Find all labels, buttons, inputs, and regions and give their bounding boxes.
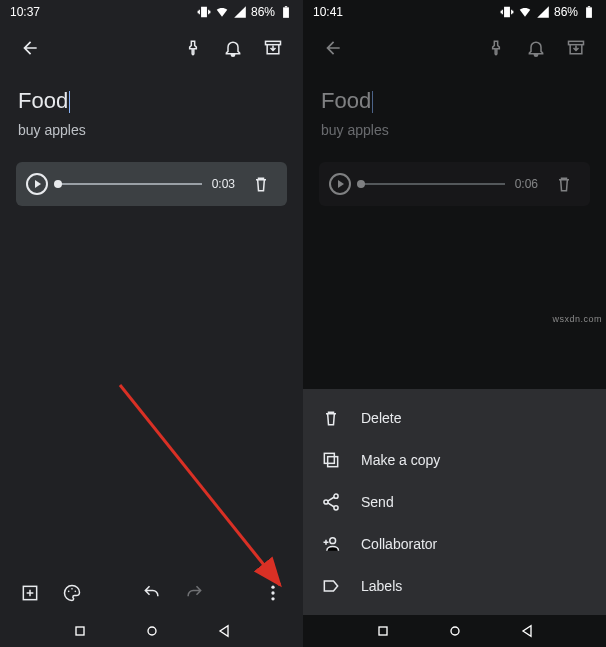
play-button[interactable] bbox=[329, 173, 351, 195]
redo-button[interactable] bbox=[178, 577, 210, 609]
add-button[interactable] bbox=[14, 577, 46, 609]
undo-button[interactable] bbox=[136, 577, 168, 609]
menu-copy[interactable]: Make a copy bbox=[303, 439, 606, 481]
menu-collaborator[interactable]: Collaborator bbox=[303, 523, 606, 565]
audio-duration: 0:03 bbox=[212, 177, 235, 191]
svg-point-20 bbox=[330, 538, 336, 544]
bell-icon bbox=[526, 38, 546, 58]
status-icons: 86% bbox=[197, 5, 293, 19]
svg-rect-10 bbox=[76, 627, 84, 635]
trash-icon bbox=[321, 408, 341, 428]
pin-icon bbox=[183, 38, 203, 58]
battery-percent: 86% bbox=[554, 5, 578, 19]
reminder-button[interactable] bbox=[520, 32, 552, 64]
menu-labels[interactable]: Labels bbox=[303, 565, 606, 607]
menu-delete[interactable]: Delete bbox=[303, 397, 606, 439]
svg-rect-12 bbox=[586, 7, 592, 17]
trash-icon bbox=[251, 174, 271, 194]
seek-handle[interactable] bbox=[54, 180, 62, 188]
text-cursor bbox=[372, 91, 373, 113]
audio-seekbar[interactable] bbox=[361, 183, 505, 185]
nav-bar bbox=[0, 615, 303, 647]
pin-icon bbox=[486, 38, 506, 58]
right-screen: 10:41 86% Food buy apples 0:06 bbox=[303, 0, 606, 647]
svg-point-6 bbox=[75, 591, 77, 593]
svg-point-7 bbox=[271, 586, 274, 589]
bell-icon bbox=[223, 38, 243, 58]
note-body[interactable]: buy apples bbox=[303, 118, 606, 150]
play-icon bbox=[35, 180, 41, 188]
menu-item-label: Labels bbox=[361, 578, 402, 594]
svg-rect-14 bbox=[569, 41, 584, 44]
nav-home[interactable] bbox=[144, 623, 160, 639]
battery-icon bbox=[582, 5, 596, 19]
svg-point-22 bbox=[451, 627, 459, 635]
copy-icon bbox=[321, 450, 341, 470]
status-bar: 10:41 86% bbox=[303, 0, 606, 24]
battery-percent: 86% bbox=[251, 5, 275, 19]
battery-icon bbox=[279, 5, 293, 19]
menu-item-label: Collaborator bbox=[361, 536, 437, 552]
svg-rect-1 bbox=[285, 6, 287, 7]
signal-icon bbox=[233, 5, 247, 19]
menu-item-label: Make a copy bbox=[361, 452, 440, 468]
menu-item-label: Delete bbox=[361, 410, 401, 426]
nav-bar bbox=[303, 615, 606, 647]
audio-duration: 0:06 bbox=[515, 177, 538, 191]
back-arrow-icon bbox=[20, 38, 40, 58]
nav-home[interactable] bbox=[447, 623, 463, 639]
menu-send[interactable]: Send bbox=[303, 481, 606, 523]
clock: 10:37 bbox=[10, 5, 40, 19]
status-icons: 86% bbox=[500, 5, 596, 19]
note-body[interactable]: buy apples bbox=[0, 118, 303, 150]
undo-icon bbox=[142, 583, 162, 603]
palette-button[interactable] bbox=[56, 577, 88, 609]
nav-recent[interactable] bbox=[72, 623, 88, 639]
note-title-text: Food bbox=[18, 88, 68, 113]
add-box-icon bbox=[20, 583, 40, 603]
pin-button[interactable] bbox=[480, 32, 512, 64]
audio-seekbar[interactable] bbox=[58, 183, 202, 185]
svg-rect-2 bbox=[266, 41, 281, 44]
note-title-text: Food bbox=[321, 88, 371, 113]
wifi-icon bbox=[518, 5, 532, 19]
play-button[interactable] bbox=[26, 173, 48, 195]
label-icon bbox=[321, 576, 341, 596]
svg-point-5 bbox=[71, 588, 73, 590]
delete-audio-button[interactable] bbox=[245, 168, 277, 200]
nav-back[interactable] bbox=[519, 623, 535, 639]
audio-player: 0:06 bbox=[319, 162, 590, 206]
trash-icon bbox=[554, 174, 574, 194]
clock: 10:41 bbox=[313, 5, 343, 19]
seek-handle[interactable] bbox=[357, 180, 365, 188]
share-icon bbox=[321, 492, 341, 512]
wifi-icon bbox=[215, 5, 229, 19]
back-button[interactable] bbox=[14, 32, 46, 64]
signal-icon bbox=[536, 5, 550, 19]
note-title[interactable]: Food bbox=[303, 72, 606, 118]
person-add-icon bbox=[321, 534, 341, 554]
note-body-text: buy apples bbox=[321, 122, 389, 138]
pin-button[interactable] bbox=[177, 32, 209, 64]
delete-audio-button[interactable] bbox=[548, 168, 580, 200]
vibrate-icon bbox=[500, 5, 514, 19]
svg-rect-0 bbox=[283, 7, 289, 17]
app-toolbar bbox=[0, 24, 303, 72]
note-body-text: buy apples bbox=[18, 122, 86, 138]
redo-icon bbox=[184, 583, 204, 603]
svg-rect-15 bbox=[328, 457, 338, 467]
more-button[interactable] bbox=[257, 577, 289, 609]
nav-back[interactable] bbox=[216, 623, 232, 639]
svg-point-11 bbox=[148, 627, 156, 635]
note-title[interactable]: Food bbox=[0, 72, 303, 118]
back-button[interactable] bbox=[317, 32, 349, 64]
reminder-button[interactable] bbox=[217, 32, 249, 64]
status-bar: 10:37 86% bbox=[0, 0, 303, 24]
menu-item-label: Send bbox=[361, 494, 394, 510]
archive-button[interactable] bbox=[257, 32, 289, 64]
archive-button[interactable] bbox=[560, 32, 592, 64]
svg-rect-16 bbox=[324, 453, 334, 463]
vibrate-icon bbox=[197, 5, 211, 19]
nav-recent[interactable] bbox=[375, 623, 391, 639]
watermark: wsxdn.com bbox=[552, 314, 602, 324]
